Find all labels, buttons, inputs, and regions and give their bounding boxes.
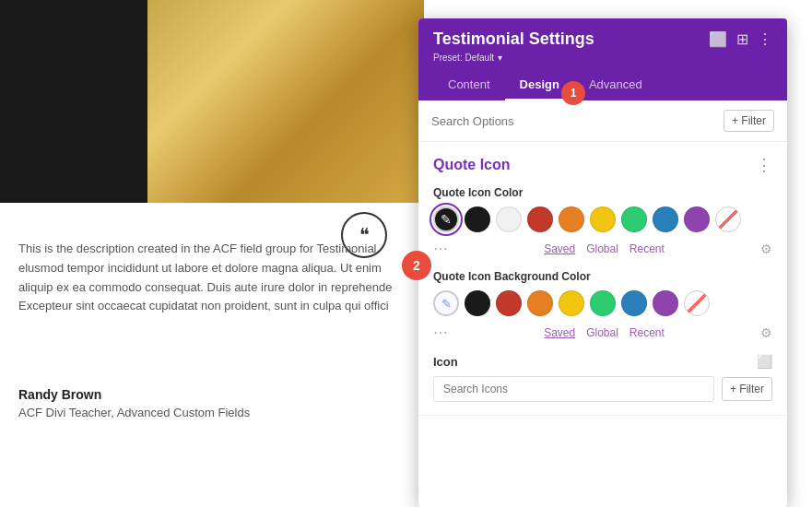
bg-color-black[interactable] bbox=[465, 290, 490, 316]
bg-color-green[interactable] bbox=[590, 290, 616, 316]
color-transparent[interactable] bbox=[715, 206, 741, 232]
author-name: Randy Brown bbox=[18, 387, 101, 402]
gear-icon[interactable]: ⚙ bbox=[760, 242, 772, 256]
top-image-dark bbox=[0, 0, 424, 203]
panel-title: Testimonial Settings bbox=[433, 29, 594, 49]
resize-icon[interactable]: ⬜ bbox=[757, 354, 772, 369]
panel-tabs: Content Design Advanced bbox=[433, 70, 772, 100]
bg-saved-tab[interactable]: Saved bbox=[544, 326, 575, 339]
global-tab[interactable]: Global bbox=[586, 242, 618, 255]
step-badge-2: 2 bbox=[402, 251, 431, 280]
bg-gear-icon[interactable]: ⚙ bbox=[760, 325, 772, 340]
icon-search-row: + Filter bbox=[433, 376, 772, 402]
saved-tab[interactable]: Saved bbox=[544, 242, 575, 255]
panel-header-top: Testimonial Settings ⬜ ⊞ ⋮ bbox=[433, 29, 772, 49]
bg-color-red[interactable] bbox=[496, 290, 522, 316]
icon-filter-button[interactable]: + Filter bbox=[722, 377, 772, 401]
icon-subsection-header: Icon ⬜ bbox=[433, 354, 772, 369]
settings-panel: Testimonial Settings ⬜ ⊞ ⋮ Preset: Defau… bbox=[418, 18, 787, 507]
color-label: Quote Icon Color bbox=[433, 186, 772, 199]
color-purple[interactable] bbox=[684, 206, 710, 232]
bg-global-tab[interactable]: Global bbox=[586, 326, 618, 339]
bg-color-transparent[interactable] bbox=[684, 290, 710, 316]
more-icon[interactable]: ⋮ bbox=[758, 30, 772, 48]
panel-body: + Filter Quote Icon ⋮ Quote Icon Color ✎ bbox=[418, 100, 787, 507]
section-menu-icon[interactable]: ⋮ bbox=[756, 155, 772, 175]
bg-color-tabs-row: ⋯ Saved Global Recent ⚙ bbox=[433, 324, 772, 341]
color-tabs-row: ⋯ Saved Global Recent ⚙ bbox=[433, 240, 772, 257]
bg-dots-icon[interactable]: ⋯ bbox=[433, 324, 448, 341]
color-row-icon: ✎ bbox=[433, 206, 772, 232]
bg-color-yellow[interactable] bbox=[559, 290, 584, 316]
dots-icon[interactable]: ⋯ bbox=[433, 240, 448, 257]
bg-color-label: Quote Icon Background Color bbox=[433, 270, 772, 283]
panel-header: Testimonial Settings ⬜ ⊞ ⋮ Preset: Defau… bbox=[418, 18, 787, 100]
search-input[interactable] bbox=[431, 114, 716, 128]
bg-eyedropper-swatch[interactable]: ✎ bbox=[433, 290, 459, 316]
section-title: Quote Icon bbox=[433, 157, 511, 173]
bg-color-orange[interactable] bbox=[527, 290, 553, 316]
quote-icon-section: Quote Icon ⋮ Quote Icon Color ✎ ⋯ bbox=[418, 142, 787, 416]
color-white[interactable] bbox=[496, 206, 522, 232]
color-tabs: Saved Global Recent bbox=[544, 242, 665, 255]
bg-color-tabs: Saved Global Recent bbox=[544, 326, 665, 339]
author-role: ACF Divi Teacher, Advanced Custom Fields bbox=[18, 406, 250, 419]
grid-icon[interactable]: ⊞ bbox=[736, 30, 748, 48]
search-bar: + Filter bbox=[418, 100, 787, 142]
color-green[interactable] bbox=[621, 206, 647, 232]
tab-advanced[interactable]: Advanced bbox=[574, 70, 657, 100]
bg-color-purple[interactable] bbox=[653, 290, 678, 316]
testimonial-text: This is the description created in the A… bbox=[0, 240, 424, 316]
color-blue[interactable] bbox=[653, 206, 678, 232]
tab-content[interactable]: Content bbox=[433, 70, 505, 100]
section-header: Quote Icon ⋮ bbox=[433, 155, 772, 175]
color-black[interactable] bbox=[465, 206, 490, 232]
panel-preset[interactable]: Preset: Default ▾ bbox=[433, 53, 772, 63]
color-yellow[interactable] bbox=[590, 206, 616, 232]
filter-button[interactable]: + Filter bbox=[724, 110, 774, 132]
bg-recent-tab[interactable]: Recent bbox=[630, 326, 665, 339]
focus-icon[interactable]: ⬜ bbox=[709, 30, 727, 48]
color-row-bg: ✎ bbox=[433, 290, 772, 316]
bg-color-blue[interactable] bbox=[621, 290, 647, 316]
panel-header-icons: ⬜ ⊞ ⋮ bbox=[709, 30, 772, 48]
color-orange[interactable] bbox=[559, 206, 584, 232]
recent-tab[interactable]: Recent bbox=[630, 242, 665, 255]
icon-search-input[interactable] bbox=[433, 376, 714, 402]
color-red[interactable] bbox=[527, 206, 553, 232]
step-badge-1: 1 bbox=[561, 81, 585, 105]
eyedropper-swatch[interactable]: ✎ bbox=[433, 206, 459, 232]
top-image-gold bbox=[147, 0, 424, 203]
icon-label: Icon bbox=[433, 355, 458, 369]
